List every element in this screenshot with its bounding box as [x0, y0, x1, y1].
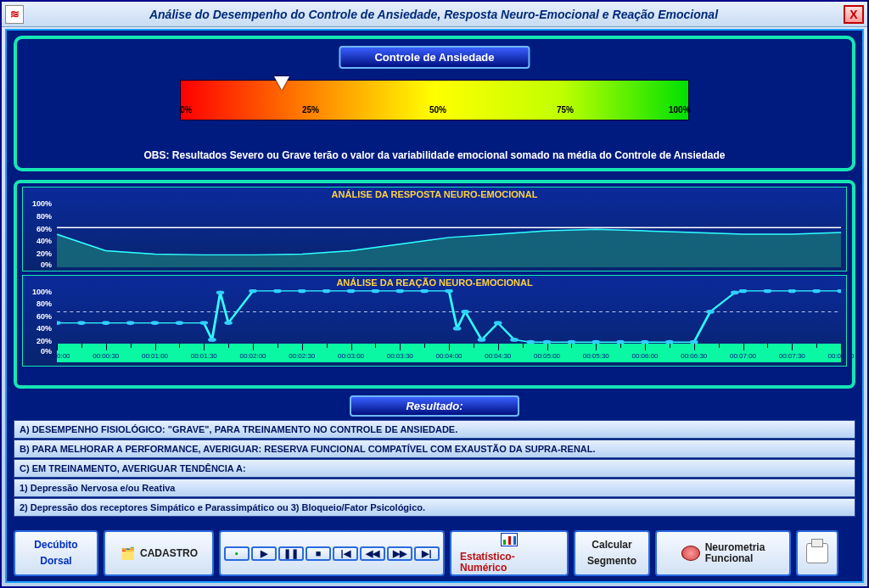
ytick: 60%: [36, 225, 52, 233]
media-rewind-button[interactable]: ◀◀: [360, 546, 385, 561]
resultado-panel: Resultado: A) DESEMPENHO FISIOLÓGICO: "G…: [14, 395, 855, 518]
close-button[interactable]: X: [844, 5, 864, 24]
ytick: 40%: [36, 324, 52, 333]
decubito-l1: Decúbito: [34, 540, 77, 551]
result-row: 2) Depressão dos receptores Simpático e …: [14, 498, 855, 517]
body-area: Controle de Ansiedade 0% 25% 50% 75% 100…: [5, 29, 864, 583]
svg-point-9: [208, 338, 216, 342]
svg-point-21: [453, 327, 462, 331]
xtick: 00:05:30: [583, 352, 609, 360]
anxiety-obs-text: OBS: Resultados Severo ou Grave terão o …: [17, 149, 852, 161]
estat-label: Estatístico-Numérico: [460, 552, 558, 574]
media-forward-button[interactable]: ▶▶: [387, 546, 412, 561]
svg-point-4: [102, 321, 110, 325]
calc-l1: Calcular: [591, 540, 631, 551]
result-row: 1) Depressão Nervosa e/ou Reativa: [14, 479, 855, 497]
svg-point-8: [199, 321, 208, 325]
ytick: 100%: [32, 199, 52, 208]
xtick: 00:01:30: [191, 352, 217, 360]
media-last-button[interactable]: ▶|: [414, 546, 440, 561]
title-bar: ≋ Análise do Desempenho do Controle de A…: [2, 2, 867, 27]
xtick: 00:01:00: [142, 352, 168, 360]
app-icon: ≋: [5, 5, 24, 24]
svg-point-11: [224, 321, 233, 325]
ytick: 20%: [36, 337, 52, 345]
tick-100: 100%: [669, 105, 691, 115]
xtick: 00:02:00: [239, 352, 266, 360]
svg-point-5: [126, 321, 135, 325]
svg-point-23: [478, 338, 486, 342]
xtick: 00:07:30: [779, 352, 805, 360]
chart-a-title: ANÁLISE DA RESPOSTA NEURO-EMOCIONAL: [23, 189, 846, 199]
ytick: 0%: [41, 260, 52, 269]
decubito-l2: Dorsal: [40, 556, 71, 567]
chart-a-yaxis: 100% 80% 60% 40% 20% 0%: [25, 199, 53, 269]
chart-icon: [501, 533, 518, 546]
xtick: 00:06:00: [631, 352, 658, 360]
brain-icon: [681, 546, 700, 561]
svg-point-19: [420, 289, 429, 293]
xtick: 00:00:00: [43, 352, 70, 360]
calc-l2: Segmento: [587, 556, 636, 567]
chart-b-plot: [57, 289, 841, 345]
ytick: 80%: [36, 212, 52, 221]
chart-neuro-response: ANÁLISE DA RESPOSTA NEURO-EMOCIONAL 100%…: [22, 187, 847, 272]
svg-point-25: [510, 338, 519, 342]
svg-point-18: [395, 289, 404, 293]
result-row: C) EM TREINAMENTO, AVERIGUAR TENDÊNCIA A…: [14, 459, 855, 478]
svg-point-20: [445, 289, 453, 293]
resultado-header: Resultado:: [350, 395, 519, 417]
xtick: 00:03:30: [387, 352, 413, 360]
xtick: 00:08:00: [827, 352, 854, 360]
svg-point-17: [372, 289, 380, 293]
chart-neuro-reaction: ANÁLISE DA REAÇÃO NEURO-EMOCIONAL 100% 8…: [22, 275, 847, 367]
charts-panel: ANÁLISE DA RESPOSTA NEURO-EMOCIONAL 100%…: [14, 180, 855, 389]
svg-point-6: [151, 321, 160, 325]
ytick: 40%: [36, 237, 52, 245]
print-button[interactable]: [796, 530, 838, 576]
chart-b-title: ANÁLISE DA REAÇÃO NEURO-EMOCIONAL: [23, 277, 846, 288]
estatistico-button[interactable]: Estatístico-Numérico: [450, 530, 569, 576]
svg-point-22: [461, 310, 469, 314]
svg-point-13: [273, 289, 282, 293]
cadastro-button[interactable]: 🗂️ CADASTRO: [104, 530, 214, 576]
svg-point-15: [322, 289, 331, 293]
ytick: 80%: [36, 300, 52, 308]
chart-a-plot: [57, 201, 841, 267]
tick-0: 0%: [180, 105, 192, 115]
svg-point-2: [57, 321, 61, 325]
calcular-segmento-button[interactable]: Calcular Segmento: [574, 530, 650, 576]
media-controls: ▪ ▶ ❚❚ ■ |◀ ◀◀ ▶▶ ▶|: [219, 530, 445, 576]
neurometria-button[interactable]: Neurometria Funcional: [655, 530, 791, 576]
media-next-button[interactable]: ▶: [251, 546, 277, 561]
anxiety-panel-header: Controle de Ansiedade: [339, 46, 530, 69]
app-window: ≋ Análise do Desempenho do Controle de A…: [0, 0, 869, 588]
media-stop-button[interactable]: ■: [306, 546, 331, 561]
result-row: A) DESEMPENHO FISIOLÓGICO: "GRAVE", PARA…: [14, 420, 855, 439]
svg-point-34: [706, 310, 715, 314]
svg-point-40: [837, 289, 841, 293]
svg-point-35: [731, 290, 739, 294]
xtick: 00:05:00: [534, 352, 560, 360]
tick-75: 75%: [557, 105, 574, 115]
decubito-button[interactable]: Decúbito Dorsal: [14, 530, 98, 576]
chart-b-xaxis: 00:00:0000:00:3000:01:0000:01:3000:02:00…: [57, 344, 841, 362]
xtick: 00:07:00: [730, 352, 756, 360]
anxiety-marker-icon: [274, 76, 289, 90]
neuro-l2: Funcional: [705, 553, 765, 564]
ytick: 100%: [32, 288, 52, 296]
media-play-button[interactable]: ▪: [224, 546, 249, 561]
media-first-button[interactable]: |◀: [333, 546, 358, 561]
tick-50: 50%: [429, 105, 446, 115]
tick-25: 25%: [302, 105, 319, 115]
svg-point-37: [764, 289, 772, 293]
anxiety-control-panel: Controle de Ansiedade 0% 25% 50% 75% 100…: [14, 36, 855, 171]
svg-point-36: [739, 289, 748, 293]
xtick: 00:02:30: [289, 352, 315, 360]
media-pause-button[interactable]: ❚❚: [278, 546, 304, 561]
ytick: 60%: [36, 312, 52, 321]
svg-point-38: [788, 289, 796, 293]
xtick: 00:00:30: [93, 352, 119, 360]
page-title: Análise do Desempenho do Controle de Ans…: [24, 8, 844, 21]
svg-point-24: [494, 321, 502, 325]
